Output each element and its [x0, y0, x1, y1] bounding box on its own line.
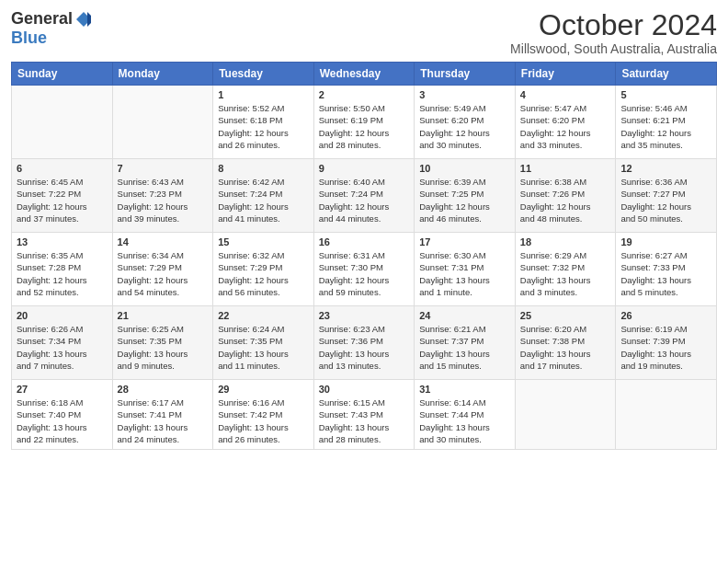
- day-info: Sunrise: 6:30 AM Sunset: 7:31 PM Dayligh…: [419, 249, 510, 298]
- logo-blue-text: Blue: [11, 29, 47, 48]
- day-info: Sunrise: 6:20 AM Sunset: 7:38 PM Dayligh…: [520, 323, 611, 372]
- table-row: [616, 380, 717, 450]
- col-saturday: Saturday: [616, 63, 717, 86]
- day-number: 26: [620, 310, 711, 321]
- calendar-header-row: Sunday Monday Tuesday Wednesday Thursday…: [12, 63, 717, 86]
- day-number: 9: [319, 163, 410, 174]
- table-row: 11Sunrise: 6:38 AM Sunset: 7:26 PM Dayli…: [515, 159, 616, 233]
- table-row: 15Sunrise: 6:32 AM Sunset: 7:29 PM Dayli…: [213, 233, 314, 306]
- day-number: 20: [17, 310, 108, 321]
- table-row: 30Sunrise: 6:15 AM Sunset: 7:43 PM Dayli…: [313, 380, 415, 450]
- day-info: Sunrise: 6:27 AM Sunset: 7:33 PM Dayligh…: [620, 249, 711, 298]
- svg-marker-1: [87, 12, 91, 27]
- day-number: 5: [620, 89, 711, 100]
- table-row: 9Sunrise: 6:40 AM Sunset: 7:24 PM Daylig…: [313, 159, 415, 233]
- table-row: 29Sunrise: 6:16 AM Sunset: 7:42 PM Dayli…: [213, 380, 314, 450]
- day-info: Sunrise: 6:19 AM Sunset: 7:39 PM Dayligh…: [620, 323, 711, 372]
- table-row: 25Sunrise: 6:20 AM Sunset: 7:38 PM Dayli…: [515, 306, 616, 380]
- day-number: 31: [419, 384, 510, 395]
- table-row: 1Sunrise: 5:52 AM Sunset: 6:18 PM Daylig…: [213, 86, 314, 159]
- day-info: Sunrise: 5:50 AM Sunset: 6:19 PM Dayligh…: [319, 102, 410, 151]
- day-number: 29: [218, 384, 309, 395]
- col-wednesday: Wednesday: [313, 63, 415, 86]
- col-sunday: Sunday: [12, 63, 113, 86]
- day-info: Sunrise: 6:38 AM Sunset: 7:26 PM Dayligh…: [520, 176, 611, 224]
- day-info: Sunrise: 6:40 AM Sunset: 7:24 PM Dayligh…: [319, 176, 410, 224]
- table-row: 17Sunrise: 6:30 AM Sunset: 7:31 PM Dayli…: [415, 233, 516, 306]
- day-number: 30: [319, 384, 410, 395]
- day-info: Sunrise: 5:47 AM Sunset: 6:20 PM Dayligh…: [520, 102, 611, 151]
- day-number: 25: [520, 310, 611, 321]
- day-info: Sunrise: 6:42 AM Sunset: 7:24 PM Dayligh…: [218, 176, 309, 224]
- table-row: 4Sunrise: 5:47 AM Sunset: 6:20 PM Daylig…: [515, 86, 616, 159]
- table-row: 19Sunrise: 6:27 AM Sunset: 7:33 PM Dayli…: [616, 233, 717, 306]
- calendar-table: Sunday Monday Tuesday Wednesday Thursday…: [11, 62, 717, 450]
- table-row: 10Sunrise: 6:39 AM Sunset: 7:25 PM Dayli…: [415, 159, 516, 233]
- table-row: 31Sunrise: 6:14 AM Sunset: 7:44 PM Dayli…: [415, 380, 516, 450]
- day-info: Sunrise: 6:25 AM Sunset: 7:35 PM Dayligh…: [118, 323, 209, 372]
- day-info: Sunrise: 6:17 AM Sunset: 7:41 PM Dayligh…: [118, 396, 209, 445]
- day-number: 10: [419, 163, 510, 174]
- day-info: Sunrise: 6:35 AM Sunset: 7:28 PM Dayligh…: [17, 249, 108, 298]
- col-friday: Friday: [515, 63, 616, 86]
- day-info: Sunrise: 5:46 AM Sunset: 6:21 PM Dayligh…: [620, 102, 711, 151]
- day-number: 1: [218, 89, 309, 100]
- location-subtitle: Millswood, South Australia, Australia: [510, 41, 717, 56]
- day-info: Sunrise: 6:31 AM Sunset: 7:30 PM Dayligh…: [319, 249, 410, 298]
- day-number: 28: [118, 384, 209, 395]
- day-info: Sunrise: 6:43 AM Sunset: 7:23 PM Dayligh…: [118, 176, 209, 224]
- table-row: [515, 380, 616, 450]
- table-row: 28Sunrise: 6:17 AM Sunset: 7:41 PM Dayli…: [112, 380, 213, 450]
- day-number: 22: [218, 310, 309, 321]
- day-number: 3: [419, 89, 510, 100]
- day-number: 13: [17, 236, 108, 247]
- day-number: 17: [419, 236, 510, 247]
- table-row: 7Sunrise: 6:43 AM Sunset: 7:23 PM Daylig…: [112, 159, 213, 233]
- day-number: 7: [118, 163, 209, 174]
- day-info: Sunrise: 6:32 AM Sunset: 7:29 PM Dayligh…: [218, 249, 309, 298]
- table-row: 3Sunrise: 5:49 AM Sunset: 6:20 PM Daylig…: [415, 86, 516, 159]
- header: General Blue October 2024 Millswood, Sou…: [11, 9, 717, 56]
- day-number: 2: [319, 89, 410, 100]
- table-row: 5Sunrise: 5:46 AM Sunset: 6:21 PM Daylig…: [616, 86, 717, 159]
- table-row: [12, 86, 113, 159]
- day-info: Sunrise: 6:34 AM Sunset: 7:29 PM Dayligh…: [118, 249, 209, 298]
- day-info: Sunrise: 6:26 AM Sunset: 7:34 PM Dayligh…: [17, 323, 108, 372]
- day-info: Sunrise: 6:21 AM Sunset: 7:37 PM Dayligh…: [419, 323, 510, 372]
- table-row: 27Sunrise: 6:18 AM Sunset: 7:40 PM Dayli…: [12, 380, 113, 450]
- day-info: Sunrise: 5:52 AM Sunset: 6:18 PM Dayligh…: [218, 102, 309, 151]
- day-info: Sunrise: 6:14 AM Sunset: 7:44 PM Dayligh…: [419, 396, 510, 445]
- table-row: [112, 86, 213, 159]
- table-row: 14Sunrise: 6:34 AM Sunset: 7:29 PM Dayli…: [112, 233, 213, 306]
- col-monday: Monday: [112, 63, 213, 86]
- day-number: 15: [218, 236, 309, 247]
- day-number: 24: [419, 310, 510, 321]
- table-row: 22Sunrise: 6:24 AM Sunset: 7:35 PM Dayli…: [213, 306, 314, 380]
- day-number: 4: [520, 89, 611, 100]
- day-number: 21: [118, 310, 209, 321]
- col-thursday: Thursday: [415, 63, 516, 86]
- logo: General Blue: [11, 9, 93, 48]
- table-row: 23Sunrise: 6:23 AM Sunset: 7:36 PM Dayli…: [313, 306, 415, 380]
- day-number: 12: [620, 163, 711, 174]
- day-info: Sunrise: 6:24 AM Sunset: 7:35 PM Dayligh…: [218, 323, 309, 372]
- day-number: 11: [520, 163, 611, 174]
- day-info: Sunrise: 5:49 AM Sunset: 6:20 PM Dayligh…: [419, 102, 510, 151]
- table-row: 8Sunrise: 6:42 AM Sunset: 7:24 PM Daylig…: [213, 159, 314, 233]
- day-info: Sunrise: 6:16 AM Sunset: 7:42 PM Dayligh…: [218, 396, 309, 445]
- day-info: Sunrise: 6:39 AM Sunset: 7:25 PM Dayligh…: [419, 176, 510, 224]
- month-title: October 2024: [510, 9, 717, 41]
- table-row: 12Sunrise: 6:36 AM Sunset: 7:27 PM Dayli…: [616, 159, 717, 233]
- logo-general-text: General: [11, 9, 73, 29]
- day-info: Sunrise: 6:45 AM Sunset: 7:22 PM Dayligh…: [17, 176, 108, 224]
- table-row: 6Sunrise: 6:45 AM Sunset: 7:22 PM Daylig…: [12, 159, 113, 233]
- day-number: 19: [620, 236, 711, 247]
- table-row: 2Sunrise: 5:50 AM Sunset: 6:19 PM Daylig…: [313, 86, 415, 159]
- page-container: General Blue October 2024 Millswood, Sou…: [0, 0, 728, 457]
- day-number: 27: [17, 384, 108, 395]
- col-tuesday: Tuesday: [213, 63, 314, 86]
- day-number: 6: [17, 163, 108, 174]
- table-row: 20Sunrise: 6:26 AM Sunset: 7:34 PM Dayli…: [12, 306, 113, 380]
- day-info: Sunrise: 6:15 AM Sunset: 7:43 PM Dayligh…: [319, 396, 410, 445]
- logo-icon: [74, 10, 93, 29]
